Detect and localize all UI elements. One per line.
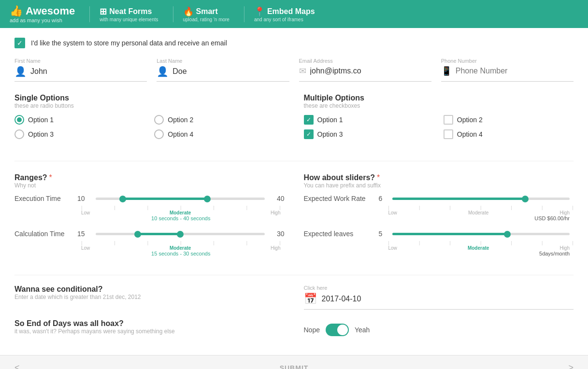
toggle-yeah: Yeah (355, 326, 370, 334)
radio-4-label: Option 4 (168, 130, 193, 138)
main-content: ✓ I'd like the system to store my person… (0, 28, 588, 355)
leaves-low: Low (388, 245, 397, 251)
radio-3-label: Option 3 (28, 130, 54, 138)
radio-1-inner (17, 117, 22, 122)
toggle-subtitle: it was, wasn't it? Perhaps mayans were s… (14, 328, 285, 335)
multiple-options-title: Multiple Options (304, 94, 574, 102)
date-title: Wanna see conditional? (14, 285, 285, 294)
date-input[interactable] (322, 295, 574, 303)
brand: 👍 Awesome add as many you wish (10, 5, 75, 23)
calc-moderate: Moderate (170, 245, 191, 251)
exec-high: High (271, 210, 281, 215)
radio-option-4[interactable]: Option 4 (154, 129, 284, 139)
header: 👍 Awesome add as many you wish ⊞ Neat Fo… (0, 0, 588, 28)
calc-time-min: 15 (77, 230, 92, 238)
leaves-moderate: Moderate (468, 245, 489, 251)
ranges-title: Ranges? (14, 173, 47, 182)
checkbox-option-3[interactable]: ✓ Option 3 (304, 129, 434, 139)
exec-low: Low (81, 210, 90, 215)
grid-icon: ⊞ (100, 6, 107, 17)
execution-time-max: 40 (272, 195, 285, 202)
phone-label: Phone Number (441, 58, 574, 64)
calc-time-max: 30 (272, 230, 285, 238)
toggle-switch[interactable] (326, 324, 349, 336)
brand-icon: 👍 (10, 5, 23, 17)
toggle-nope: Nope (304, 326, 320, 334)
radio-2-outer (154, 115, 164, 125)
brand-subtitle: add as many you wish (10, 17, 75, 23)
single-options: Single Options these are radio buttons O… (14, 94, 285, 151)
checkbox-1: ✓ (304, 115, 314, 125)
execution-time-track[interactable] (96, 198, 265, 200)
brand-title: 👍 Awesome (10, 5, 75, 17)
multiple-options-grid: ✓ Option 1 Option 2 ✓ Option 3 Option 4 (304, 115, 574, 139)
radio-1-outer (14, 115, 24, 125)
email-icon: ✉ (299, 66, 306, 76)
leaves-track[interactable] (392, 233, 570, 235)
last-name-label: Last Name (157, 58, 289, 64)
work-rate-label: Expected Work Rate (304, 195, 379, 202)
calc-time-label: Calculation Time (14, 230, 77, 238)
leaves-value: 5 (379, 230, 388, 238)
ranges-sliders-section: Ranges? * Why not Execution Time 10 (14, 173, 574, 265)
prev-button[interactable]: < (14, 363, 20, 369)
work-rate-track[interactable] (392, 198, 570, 200)
toggle-label-col: So End of Days was all hoax? it was, was… (14, 319, 285, 341)
next-button[interactable]: > (568, 363, 574, 369)
date-subtitle: Enter a date which is greater than 21st … (14, 294, 285, 300)
submit-button[interactable]: SUBMIT (280, 364, 309, 369)
execution-time-min: 10 (77, 195, 92, 202)
toggle-knob (337, 325, 348, 335)
wr-high: High (559, 210, 570, 215)
work-rate-value: 6 (379, 195, 388, 202)
person-icon: 👤 (14, 66, 27, 77)
date-section: Wanna see conditional? Enter a date whic… (14, 285, 285, 310)
first-name-label: First Name (14, 58, 147, 64)
radio-4-outer (154, 129, 164, 139)
calc-time-track[interactable] (96, 233, 265, 235)
radio-option-3[interactable]: Option 3 (14, 129, 144, 139)
ranges-subtitle: Why not (14, 182, 285, 189)
leaves-desc: 5days/month (388, 251, 570, 256)
sliders-title: How about sliders? (304, 173, 375, 182)
fire-icon: 🔥 (183, 6, 194, 17)
fields-section: First Name 👤 Last Name 👤 Email Address ✉… (14, 58, 574, 82)
radio-1-label: Option 1 (28, 116, 54, 124)
radio-option-1[interactable]: Option 1 (14, 115, 144, 125)
consent-checkbox[interactable]: ✓ (14, 38, 25, 48)
last-name-field: Last Name 👤 (157, 58, 289, 82)
wr-desc: USD $60.00/hr (388, 215, 570, 221)
single-options-subtitle: these are radio buttons (14, 102, 285, 109)
checkbox-4-label: Option 4 (457, 130, 483, 138)
email-label: Email Address (299, 58, 431, 64)
consent-label: I'd like the system to store my personal… (31, 39, 227, 47)
radio-option-2[interactable]: Option 2 (154, 115, 284, 125)
exec-moderate: Moderate (170, 210, 191, 215)
checkbox-option-4[interactable]: Option 4 (444, 129, 574, 139)
wr-moderate: Moderate (468, 210, 488, 215)
calc-desc: 15 seconds - 30 seconds (81, 251, 281, 256)
toggle-title: So End of Days was all hoax? (14, 319, 285, 328)
execution-time-label: Execution Time (14, 195, 77, 202)
email-input[interactable] (310, 67, 431, 75)
header-embed-maps: 📍 Embed Maps and any sort of iframes (244, 6, 315, 22)
options-section: Single Options these are radio buttons O… (14, 94, 574, 161)
checkbox-2 (444, 115, 453, 125)
sliders-required: * (377, 173, 380, 182)
calendar-icon: 📅 (304, 293, 317, 305)
radio-2-label: Option 2 (168, 116, 193, 124)
calculation-time-row: Calculation Time 15 30 | (14, 230, 285, 256)
leaves-high: High (559, 245, 570, 251)
sliders-section: How about sliders? * You can have prefix… (304, 173, 574, 265)
exec-desc: 10 seconds - 40 seconds (81, 215, 281, 221)
work-rate-row: Expected Work Rate 6 | | | | (304, 195, 574, 221)
checkbox-3-label: Option 3 (317, 130, 343, 138)
checkbox-option-1[interactable]: ✓ Option 1 (304, 115, 434, 125)
checkbox-option-2[interactable]: Option 2 (444, 115, 574, 125)
first-name-input[interactable] (30, 67, 147, 76)
last-name-input[interactable] (172, 67, 289, 76)
header-smart: 🔥 Smart upload, rating 'n more (173, 6, 229, 22)
sliders-subtitle: You can have prefix and suffix (304, 182, 574, 189)
header-neat-forms: ⊞ Neat Forms with many unique elements (89, 6, 158, 22)
phone-input[interactable] (456, 67, 574, 75)
